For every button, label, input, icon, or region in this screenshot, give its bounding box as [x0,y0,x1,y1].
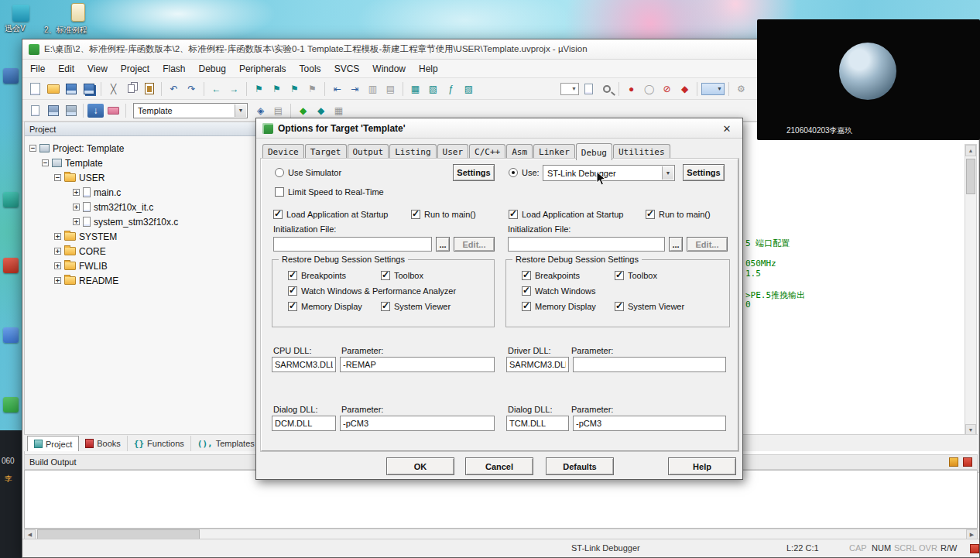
tree-item-stm32f10x-it-c[interactable]: stm32f10x_it.c [25,200,257,214]
navigate-back-icon[interactable]: ← [208,82,224,96]
expand-icon[interactable] [54,248,61,255]
watch-windows-checkbox-left[interactable]: Watch Windows & Performance Analyzer [288,286,456,296]
toolbox-checkbox-right[interactable]: Toolbox [615,271,657,280]
checkbox-checked-icon[interactable] [615,302,624,311]
rebuild-icon[interactable] [63,104,79,118]
tab-debug[interactable]: Debug [576,143,612,160]
menu-edit[interactable]: Edit [58,63,74,74]
comment-icon[interactable]: ▥ [365,82,381,96]
collapse-icon[interactable] [54,174,61,181]
tree-item-core-group[interactable]: CORE [25,244,257,258]
expand-icon[interactable] [73,204,80,211]
open-file-icon[interactable] [45,82,61,96]
checkbox-checked-icon[interactable] [273,210,283,219]
scrollbar-thumb[interactable] [966,159,975,194]
paste-icon[interactable] [141,82,157,96]
system-viewer-checkbox-left[interactable]: System Viewer [381,302,451,311]
manage-project-items-icon[interactable]: ▤ [270,104,286,118]
scroll-up-icon[interactable]: ▲ [965,145,976,156]
meeting-app-icon[interactable] [12,5,29,22]
dialog-parameter-input-right[interactable] [573,416,726,431]
tab-target[interactable]: Target [305,144,347,159]
indent-icon[interactable]: ⇥ [347,82,363,96]
expand-icon[interactable] [73,189,80,196]
webcam-overlay[interactable]: 2106040203李嘉玖 [757,19,980,140]
toolbox-checkbox-left[interactable]: Toolbox [381,271,423,280]
load-app-checkbox-right[interactable]: Load Application at Startup [509,210,623,219]
tab-project[interactable]: Project [27,436,79,451]
run-to-main-checkbox-left[interactable]: Run to main() [411,210,476,219]
checkbox-checked-icon[interactable] [288,286,297,296]
menu-tools[interactable]: Tools [300,63,321,74]
navigate-forward-icon[interactable]: → [226,82,242,96]
menu-debug[interactable]: Debug [199,63,226,74]
tree-item-system-stm32f10x-c[interactable]: system_stm32f10x.c [25,214,257,229]
expand-icon[interactable] [73,218,80,225]
pin-icon[interactable] [949,457,958,467]
run-time-environment-icon[interactable]: ◆ [313,104,329,118]
books-window-icon[interactable]: ▧ [425,82,441,96]
breakpoints-checkbox-left[interactable]: Breakpoints [288,271,346,280]
target-options-icon[interactable]: ◈ [252,104,269,118]
checkbox-checked-icon[interactable] [522,302,531,311]
tab-user[interactable]: User [437,144,469,159]
checkbox-checked-icon[interactable] [411,210,420,219]
flash-download-icon[interactable]: ↓ [87,104,104,118]
tab-linker[interactable]: Linker [533,144,575,159]
menu-help[interactable]: Help [419,63,438,74]
cpu-dll-input[interactable] [272,357,336,372]
tree-item-target[interactable]: Template [25,156,257,170]
tab-output[interactable]: Output [348,144,389,159]
menu-window[interactable]: Window [372,63,406,74]
desktop-icon[interactable] [3,68,19,84]
unindent-icon[interactable]: ⇤ [329,82,345,96]
run-to-main-checkbox-right[interactable]: Run to main() [646,210,711,219]
tab-utilities[interactable]: Utilities [613,144,670,159]
menu-view[interactable]: View [87,63,108,74]
dialog-parameter-input-left[interactable] [340,416,495,431]
prev-bookmark-icon[interactable]: ⚑ [269,82,285,96]
checkbox-checked-icon[interactable] [522,286,531,296]
tree-item-readme-group[interactable]: README [25,273,257,288]
window-layout-combo[interactable]: ▼ [701,82,725,96]
checkbox-checked-icon[interactable] [509,210,518,219]
tab-device[interactable]: Device [262,144,304,159]
breakpoint-icon[interactable]: ● [623,82,639,96]
tab-templates[interactable]: (), Templates [191,436,262,451]
build-icon[interactable] [45,104,61,118]
dialog-dll-input-right[interactable] [506,416,569,431]
checkbox-checked-icon[interactable] [381,302,390,311]
pack-installer-icon[interactable]: ◆ [295,104,311,118]
tree-item-user-group[interactable]: USER [25,170,257,185]
templates-window-icon[interactable]: ▨ [461,82,477,96]
next-bookmark-icon[interactable]: ⚑ [286,82,303,96]
menu-project[interactable]: Project [121,63,149,74]
cut-icon[interactable]: ╳ [105,82,122,96]
tree-item-system-group[interactable]: SYSTEM [25,229,257,244]
debugger-settings-button[interactable]: Settings [683,164,725,181]
disable-breakpoint-icon[interactable]: ◯ [641,82,657,96]
clear-bookmarks-icon[interactable]: ⚑ [304,82,320,96]
checkbox-checked-icon[interactable] [288,271,297,280]
tree-item-fwlib-group[interactable]: FWLIB [25,258,257,273]
watch-windows-checkbox-right[interactable]: Watch Windows [522,286,595,296]
redo-icon[interactable]: ↷ [183,82,200,96]
memory-display-checkbox-right[interactable]: Memory Display [522,302,596,311]
collapse-icon[interactable] [42,159,49,166]
desktop-icon[interactable] [3,327,19,343]
breakpoints-checkbox-right[interactable]: Breakpoints [522,271,580,280]
tab-books[interactable]: Books [79,436,128,451]
flash-erase-icon[interactable] [105,104,122,118]
checkbox-checked-icon[interactable] [646,210,655,219]
checkbox-checked-icon[interactable] [522,271,531,280]
limit-speed-checkbox[interactable]: Limit Speed to Real-Time [275,187,384,197]
init-file-input-left[interactable] [273,237,432,252]
edit-button-right[interactable]: Edit... [687,237,728,252]
dialog-close-icon[interactable] [719,122,735,135]
radio-selected-icon[interactable] [509,168,518,177]
tab-listing[interactable]: Listing [389,144,436,159]
component-viewer-icon[interactable]: ▦ [331,104,347,118]
tree-item-project-root[interactable]: Project: Template [25,141,257,156]
ok-button[interactable]: OK [386,457,454,475]
checkbox-checked-icon[interactable] [615,271,624,280]
